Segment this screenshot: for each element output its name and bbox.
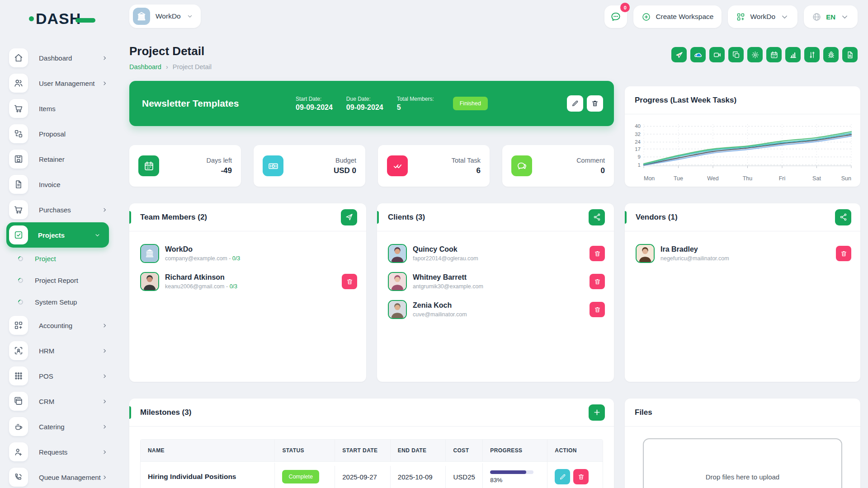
create-workspace-button[interactable]: Create Workspace: [633, 5, 722, 28]
cart-icon-box: [9, 99, 28, 118]
stat-card-days-left: Days left-49: [129, 145, 241, 187]
delete-member-button[interactable]: [590, 302, 605, 317]
milestone-status-cell: Complete: [274, 463, 335, 488]
app-logo[interactable]: DASH: [29, 10, 95, 28]
messages-button[interactable]: 0: [604, 5, 627, 28]
sidebar-item-dashboard[interactable]: Dashboard: [0, 45, 116, 70]
clients-action-button[interactable]: [589, 209, 605, 225]
double-check-icon: [392, 160, 403, 172]
progress-bar: [490, 470, 533, 474]
sidebar-item-queue-management-label: Queue Management: [39, 474, 101, 481]
member-text: Zenia Kochcuve@mailinator.com: [413, 301, 467, 318]
delete-member-button[interactable]: [836, 246, 851, 261]
member-name: Whitney Barrett: [413, 273, 483, 282]
team-action-button[interactable]: [341, 209, 357, 225]
breadcrumb: Dashboard › Project Detail: [129, 63, 212, 70]
delete-milestone-button[interactable]: [573, 469, 589, 484]
sidebar-item-items[interactable]: Items: [0, 96, 116, 121]
video-camera-button[interactable]: [709, 47, 725, 62]
users-icon-box: [9, 74, 28, 93]
sidebar-item-purchases[interactable]: Purchases: [0, 197, 116, 222]
add-milestone-button[interactable]: [589, 404, 605, 421]
calendar-button[interactable]: [766, 47, 782, 62]
sidebar-item-project[interactable]: Project: [0, 248, 116, 269]
member-text: WorkDocompany@example.com - 0/3: [165, 245, 240, 262]
sliders-button[interactable]: [804, 47, 820, 62]
banner-field-value: 09-09-2024: [346, 103, 383, 112]
list-item: Quincy Cookfapor22014@oglerau.com: [388, 244, 605, 263]
onedrive-button[interactable]: [690, 47, 706, 62]
delete-member-button[interactable]: [590, 246, 605, 261]
sidebar-item-user-management[interactable]: User Management: [0, 70, 116, 96]
file-dropzone[interactable]: Drop files here to upload: [643, 438, 842, 488]
sidebar-item-hrm[interactable]: HRM: [0, 338, 116, 363]
workspace-selector[interactable]: WorkDo: [129, 5, 201, 28]
sidebar-item-crm-label: CRM: [39, 398, 54, 405]
svg-text:Wed: Wed: [707, 175, 719, 182]
google-drive-icon: [675, 51, 684, 59]
sidebar-item-system-setup[interactable]: System Setup: [0, 291, 116, 313]
list-item: Zenia Kochcuve@mailinator.com: [388, 300, 605, 319]
sidebar-item-invoice[interactable]: Invoice: [0, 172, 116, 197]
plus-circle-icon: [642, 12, 651, 22]
delete-member-button[interactable]: [590, 274, 605, 289]
sidebar-item-pos[interactable]: POS: [0, 363, 116, 389]
banner-field-label: Total Members:: [397, 96, 434, 102]
phone-icon-box: [9, 468, 28, 487]
member-name: Zenia Koch: [413, 301, 467, 310]
coffee-cup-icon: [14, 422, 24, 432]
file-report-button[interactable]: [842, 47, 858, 62]
chevron-right-icon: [101, 373, 108, 380]
banner-field-value: 09-09-2024: [296, 103, 333, 112]
panel-accent: [625, 211, 627, 224]
sidebar-item-project-report[interactable]: Project Report: [0, 269, 116, 291]
dots-grid-icon-box: [9, 366, 28, 385]
delete-project-button[interactable]: [587, 95, 603, 112]
submenu-dot-icon: [17, 298, 24, 305]
sidebar-item-catering[interactable]: Catering: [0, 414, 116, 439]
sidebar-item-crm[interactable]: CRM: [0, 389, 116, 414]
banner-field-label: Due Date:: [346, 96, 383, 102]
breadcrumb-dashboard-link[interactable]: Dashboard: [129, 63, 161, 70]
edit-milestone-button[interactable]: [555, 469, 570, 484]
sidebar-item-proposal[interactable]: Proposal: [0, 121, 116, 146]
sidebar-item-retainer[interactable]: Retainer: [0, 146, 116, 172]
workspace-dropdown-label: WorkDo: [750, 13, 775, 21]
sidebar-item-user-management-label: User Management: [39, 80, 94, 87]
sidebar-item-projects[interactable]: Projects: [6, 222, 109, 248]
sidebar-item-queue-management[interactable]: Queue Management: [0, 465, 116, 488]
bug-icon: [827, 51, 835, 59]
column-header: PROGRESS: [482, 440, 547, 461]
svg-text:1: 1: [638, 162, 641, 168]
workspace-dropdown[interactable]: WorkDo: [728, 5, 797, 28]
workspace-name: WorkDo: [156, 12, 181, 20]
progress-percent: 83%: [490, 477, 540, 483]
sidebar-item-accounting[interactable]: Accounting: [0, 313, 116, 338]
stat-value: -49: [207, 166, 232, 175]
share-icon: [593, 213, 601, 221]
project-name: Newsletter Templates: [142, 98, 296, 109]
bar-chart-button[interactable]: [785, 47, 801, 62]
check-square-icon: [14, 230, 24, 240]
delete-member-button[interactable]: [342, 274, 357, 289]
milestone-name: Hiring Individual Positions: [141, 465, 274, 488]
sidebar-item-requests[interactable]: Requests: [0, 439, 116, 465]
vendors-action-button[interactable]: [835, 209, 851, 225]
google-drive-button[interactable]: [671, 47, 687, 62]
gear-button[interactable]: [747, 47, 763, 62]
chevron-right-icon: [101, 347, 108, 354]
comment-icon: [516, 160, 528, 172]
calendar-icon: [138, 155, 159, 176]
bar-chart-icon: [789, 51, 797, 59]
bug-button[interactable]: [823, 47, 839, 62]
gear-icon: [751, 51, 760, 59]
copy-button[interactable]: [728, 47, 744, 62]
language-dropdown[interactable]: EN: [804, 5, 858, 28]
person-plus-icon: [14, 447, 24, 457]
sidebar-item-retainer-label: Retainer: [39, 155, 65, 163]
logo-text: DASH: [36, 10, 81, 28]
edit-project-button[interactable]: [567, 95, 583, 112]
panel-header: Team Members (2): [129, 203, 366, 231]
copy-icon: [732, 51, 741, 59]
panel-header: Clients (3): [377, 203, 614, 231]
